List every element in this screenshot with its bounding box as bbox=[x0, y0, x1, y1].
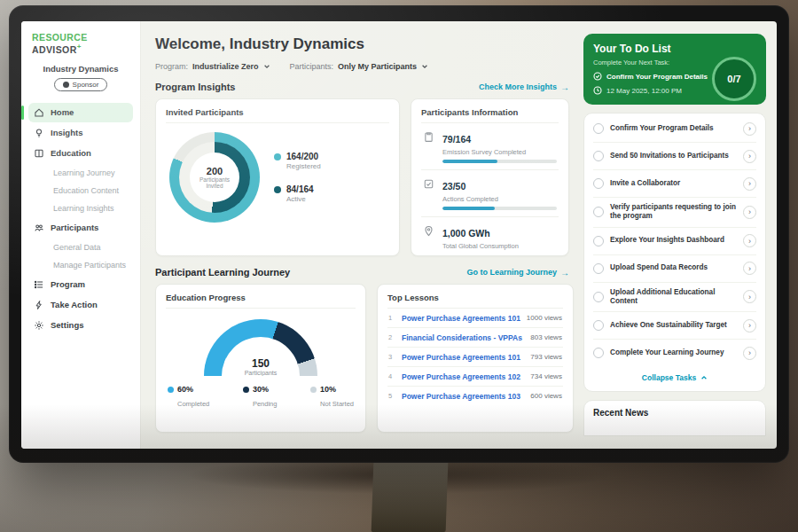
lesson-link[interactable]: Power Purchase Agreements 103 bbox=[402, 392, 524, 401]
sidebar-item-label: Manage Participants bbox=[53, 261, 126, 270]
energy-icon bbox=[423, 225, 434, 237]
filter-value: Only My Participants bbox=[338, 62, 417, 71]
task-checkbox[interactable] bbox=[593, 207, 604, 217]
task-row[interactable]: Achieve One Sustainability Target › bbox=[593, 312, 756, 340]
todo-panel: Your To Do List Complete Your Next Task:… bbox=[578, 21, 777, 449]
card-title: Top Lessons bbox=[387, 293, 563, 309]
chevron-right-icon[interactable]: › bbox=[743, 206, 756, 219]
donut-center-caption: Participants Invited bbox=[195, 176, 234, 190]
settings-icon bbox=[34, 320, 44, 331]
task-label: Verify participants requesting to join t… bbox=[610, 203, 737, 222]
lesson-rank: 4 bbox=[388, 372, 395, 380]
participants-filter-dropdown[interactable]: Participants: Only My Participants bbox=[290, 62, 429, 71]
lesson-link[interactable]: Power Purchase Agreements 101 bbox=[402, 314, 520, 323]
sidebar-item-take-action[interactable]: Take Action bbox=[28, 295, 133, 315]
link-label: Check More Insights bbox=[479, 82, 557, 91]
sidebar-item-education[interactable]: Education bbox=[28, 144, 133, 163]
task-row[interactable]: Upload Spend Data Records › bbox=[593, 255, 756, 283]
chevron-right-icon[interactable]: › bbox=[743, 150, 756, 163]
sidebar-nav: Home Insights Education Learning Journey bbox=[21, 102, 140, 336]
lesson-row: 5 Power Purchase Agreements 103 600 view… bbox=[387, 387, 563, 405]
task-checkbox[interactable] bbox=[593, 178, 604, 189]
filter-label: Participants: bbox=[290, 62, 334, 71]
task-label: Upload Spend Data Records bbox=[610, 263, 737, 272]
chevron-right-icon[interactable]: › bbox=[743, 234, 756, 247]
lesson-link[interactable]: Financial Considerations - VPPAs bbox=[402, 333, 524, 342]
task-label: Achieve One Sustainability Target bbox=[610, 321, 737, 330]
donut-center-label: 200 Participants Invited bbox=[190, 153, 239, 202]
task-checkbox[interactable] bbox=[593, 292, 604, 302]
task-checkbox[interactable] bbox=[593, 236, 604, 246]
task-row[interactable]: Upload Additional Educational Content › bbox=[593, 283, 756, 313]
task-label: Send 50 Invitations to Participants bbox=[610, 152, 737, 160]
task-row[interactable]: Confirm Your Program Details › bbox=[593, 115, 756, 143]
sidebar-item-general-data[interactable]: General Data bbox=[28, 239, 133, 256]
stat-global-consumption: 1,000 GWh Total Global Consumption bbox=[421, 217, 559, 256]
learning-journey-heading: Participant Learning Journey bbox=[155, 267, 290, 278]
sidebar-item-label: General Data bbox=[53, 243, 101, 252]
sidebar-item-settings[interactable]: Settings bbox=[28, 316, 133, 335]
sidebar-item-learning-journey[interactable]: Learning Journey bbox=[28, 164, 133, 182]
legend-item-not-started: 10% Not Started bbox=[310, 385, 354, 410]
progress-fill bbox=[442, 160, 497, 163]
legend-dot-completed bbox=[168, 387, 174, 393]
chevron-right-icon[interactable]: › bbox=[743, 122, 756, 136]
legend-label: Registered bbox=[286, 162, 321, 170]
chevron-right-icon[interactable]: › bbox=[743, 319, 756, 332]
lesson-link[interactable]: Power Purchase Agreements 101 bbox=[402, 353, 524, 362]
sponsor-icon bbox=[63, 82, 69, 88]
sidebar-item-manage-participants[interactable]: Manage Participants bbox=[28, 256, 133, 274]
take-action-icon bbox=[34, 300, 44, 310]
task-checkbox[interactable] bbox=[593, 320, 604, 331]
collapse-tasks-button[interactable]: Collapse Tasks bbox=[593, 366, 756, 386]
insights-icon bbox=[34, 128, 44, 138]
sidebar-item-learning-insights[interactable]: Learning Insights bbox=[28, 200, 133, 217]
go-to-learning-journey-link[interactable]: Go to Learning Journey → bbox=[466, 268, 569, 278]
legend-dot-pending bbox=[243, 387, 249, 393]
sidebar-item-program[interactable]: Program bbox=[28, 275, 133, 294]
sponsor-badge: Sponsor bbox=[54, 78, 108, 91]
task-row[interactable]: Explore Your Insights Dashboard › bbox=[593, 228, 756, 255]
task-row[interactable]: Invite a Collaborator › bbox=[593, 170, 756, 198]
task-row[interactable]: Send 50 Invitations to Participants › bbox=[593, 143, 756, 170]
arrow-right-icon: → bbox=[560, 268, 569, 278]
lesson-link[interactable]: Power Purchase Agreements 102 bbox=[402, 372, 524, 381]
card-title: Education Progress bbox=[166, 293, 356, 309]
chevron-right-icon[interactable]: › bbox=[743, 177, 756, 191]
legend-item-registered: 164/200 Registered bbox=[274, 152, 321, 170]
task-row[interactable]: Verify participants requesting to join t… bbox=[593, 198, 756, 228]
task-checkbox[interactable] bbox=[593, 348, 604, 358]
chevron-right-icon[interactable]: › bbox=[743, 347, 756, 360]
sidebar-item-participants[interactable]: Participants bbox=[28, 218, 133, 238]
chevron-right-icon[interactable]: › bbox=[743, 290, 756, 303]
lesson-views: 803 views bbox=[530, 333, 562, 341]
legend-value: 60% bbox=[177, 385, 193, 394]
chevron-right-icon[interactable]: › bbox=[743, 262, 756, 275]
actions-completed-progress bbox=[442, 207, 557, 210]
monitor: RESOURCE ADVISOR+ Industry Dynamics Spon… bbox=[9, 5, 789, 463]
recent-news-heading: Recent News bbox=[593, 408, 756, 418]
sidebar-item-education-content[interactable]: Education Content bbox=[28, 182, 133, 200]
legend-value: 164/200 bbox=[286, 152, 321, 161]
card-title: Participants Information bbox=[421, 107, 559, 123]
program-insights-heading: Program Insights bbox=[155, 82, 235, 92]
task-row[interactable]: Complete Your Learning Journey › bbox=[593, 340, 756, 366]
chevron-down-icon bbox=[421, 63, 428, 70]
lesson-rank: 1 bbox=[388, 314, 395, 322]
todo-due-label: 12 May 2025, 12:00 PM bbox=[606, 87, 682, 95]
sidebar-item-home[interactable]: Home bbox=[28, 103, 133, 122]
legend-dot-not-started bbox=[310, 387, 317, 393]
sidebar-item-insights[interactable]: Insights bbox=[28, 123, 133, 143]
card-title: Invited Participants bbox=[166, 107, 389, 123]
donut-center-value: 200 bbox=[207, 166, 223, 176]
task-checkbox[interactable] bbox=[593, 263, 604, 274]
stat-value: 1,000 GWh bbox=[442, 228, 490, 239]
task-checkbox[interactable] bbox=[593, 151, 604, 161]
legend-value: 10% bbox=[320, 385, 336, 394]
task-checkbox[interactable] bbox=[593, 123, 604, 134]
program-filter-dropdown[interactable]: Program: Industrialize Zero bbox=[155, 62, 270, 71]
legend-dot-registered bbox=[274, 153, 281, 160]
check-more-insights-link[interactable]: Check More Insights → bbox=[479, 82, 569, 92]
stat-value: 23/50 bbox=[442, 181, 466, 192]
brand-secondary: ADVISOR bbox=[32, 44, 77, 55]
